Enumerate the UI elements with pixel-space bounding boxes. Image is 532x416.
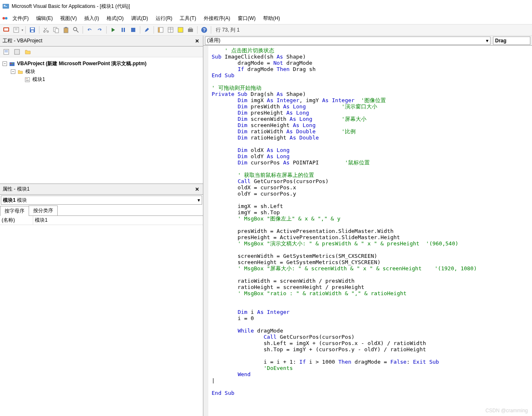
- separator: [154, 26, 154, 34]
- svg-rect-30: [188, 29, 193, 32]
- svg-text:?: ?: [203, 27, 206, 32]
- collapse-icon[interactable]: −: [2, 61, 7, 66]
- object-selector[interactable]: 模块1 模块 ▾: [1, 196, 202, 205]
- app-icon: [2, 3, 9, 10]
- svg-point-19: [73, 27, 77, 31]
- menu-addins[interactable]: 外接程序(A): [200, 13, 234, 24]
- object-browser-icon[interactable]: [176, 25, 185, 34]
- project-panel-title: 工程 - VBAProject: [2, 37, 42, 44]
- folder-icon: [17, 69, 24, 75]
- property-name: (名称): [0, 216, 33, 225]
- svg-point-39: [12, 63, 13, 64]
- properties-panel: 属性 - 模块1 ✕ 模块1 模块 ▾ 按字母序 按分类序 (名称) 模块1: [0, 184, 203, 416]
- window-title: Microsoft Visual Basic for Applications …: [12, 3, 130, 10]
- svg-rect-37: [10, 62, 15, 66]
- procedure-dropdown[interactable]: Drag: [493, 37, 530, 45]
- menu-edit[interactable]: 编辑(E): [33, 13, 56, 24]
- folder-icon[interactable]: [23, 47, 32, 56]
- close-icon[interactable]: ✕: [194, 186, 200, 193]
- svg-rect-40: [25, 77, 30, 82]
- separator: [25, 26, 26, 34]
- object-name: 模块1: [3, 197, 16, 203]
- project-icon: [9, 61, 15, 67]
- view-object-icon[interactable]: [12, 47, 22, 56]
- title-bar: Microsoft Visual Basic for Applications …: [0, 0, 532, 12]
- svg-point-4: [5, 17, 7, 20]
- tab-categorized[interactable]: 按分类序: [29, 206, 58, 215]
- tree-root-label: VBAProject (新建 Microsoft PowerPoint 演示文稿…: [17, 60, 146, 67]
- left-panel: 工程 - VBAProject ✕ − VBAProject (新建 Micro…: [0, 36, 203, 416]
- undo-icon[interactable]: [85, 25, 94, 34]
- paste-icon[interactable]: [61, 25, 71, 34]
- menu-insert[interactable]: 插入(I): [81, 13, 102, 24]
- svg-rect-36: [15, 49, 20, 54]
- svg-rect-21: [122, 28, 123, 32]
- separator: [197, 26, 198, 34]
- svg-point-3: [2, 17, 5, 20]
- properties-panel-header: 属性 - 模块1 ✕: [0, 184, 203, 195]
- svg-point-42: [27, 78, 28, 79]
- menu-bar: 文件(F) 编辑(E) 视图(V) 插入(I) 格式(O) 调试(D) 运行(R…: [0, 12, 532, 24]
- view-code-icon[interactable]: [2, 47, 11, 56]
- project-explorer-icon[interactable]: [156, 25, 165, 34]
- separator: [140, 26, 140, 34]
- properties-grid[interactable]: (名称) 模块1: [0, 216, 203, 416]
- break-icon[interactable]: [119, 25, 128, 34]
- redo-icon[interactable]: [95, 25, 104, 34]
- tree-module1-label: 模块1: [32, 76, 45, 83]
- tree-modules-folder[interactable]: − 模块: [2, 68, 200, 76]
- svg-rect-16: [55, 29, 59, 33]
- project-panel-header: 工程 - VBAProject ✕: [0, 36, 203, 46]
- menu-tools[interactable]: 工具(T): [176, 13, 199, 24]
- object-dropdown-value: (通用): [207, 37, 220, 44]
- tree-module1[interactable]: 模块1: [2, 76, 200, 83]
- vba-icon: [2, 15, 8, 22]
- toolbox-icon[interactable]: [186, 25, 195, 34]
- menu-help[interactable]: 帮助(H): [260, 13, 283, 24]
- project-toolbar: [0, 46, 203, 57]
- menu-debug[interactable]: 调试(D): [128, 13, 151, 24]
- property-row[interactable]: (名称) 模块1: [0, 216, 203, 225]
- svg-rect-23: [131, 28, 135, 32]
- save-icon[interactable]: [28, 25, 37, 34]
- copy-icon[interactable]: [51, 25, 61, 34]
- tree-root[interactable]: − VBAProject (新建 Microsoft PowerPoint 演示…: [2, 60, 200, 68]
- code-header: (通用) ▾ Drag: [203, 36, 532, 46]
- menu-view[interactable]: 视图(V): [57, 13, 80, 24]
- find-icon[interactable]: [71, 25, 81, 34]
- close-icon[interactable]: ✕: [194, 38, 200, 44]
- svg-point-14: [47, 31, 49, 32]
- collapse-icon[interactable]: −: [11, 69, 15, 74]
- menu-file[interactable]: 文件(F): [9, 13, 32, 24]
- ppt-view-icon[interactable]: [2, 25, 11, 34]
- properties-icon[interactable]: [166, 25, 175, 34]
- menu-format[interactable]: 格式(O): [103, 13, 127, 24]
- chevron-down-icon: ▾: [198, 197, 200, 203]
- watermark: CSDN @cramming: [486, 408, 528, 414]
- run-icon[interactable]: [109, 25, 118, 34]
- svg-rect-29: [178, 27, 183, 32]
- property-value[interactable]: 模块1: [33, 216, 203, 225]
- svg-rect-18: [65, 27, 67, 28]
- code-editor[interactable]: ' 点击图片切换状态 Sub ImageClicked(sh As Shape)…: [203, 46, 532, 416]
- separator: [39, 26, 39, 34]
- svg-point-41: [26, 78, 27, 79]
- tab-alphabetic[interactable]: 按字母序: [0, 206, 29, 216]
- properties-panel-title: 属性 - 模块1: [2, 186, 29, 193]
- design-mode-icon[interactable]: [142, 25, 151, 34]
- cut-icon[interactable]: [41, 25, 51, 34]
- separator: [106, 26, 107, 34]
- chevron-down-icon: ▾: [486, 38, 488, 44]
- help-icon[interactable]: ?: [200, 25, 209, 34]
- menu-window[interactable]: 窗口(W): [234, 13, 259, 24]
- svg-rect-22: [124, 28, 125, 32]
- reset-icon[interactable]: [129, 25, 138, 34]
- object-dropdown[interactable]: (通用) ▾: [205, 37, 491, 45]
- svg-rect-6: [4, 28, 8, 31]
- menu-run[interactable]: 运行(R): [152, 13, 176, 24]
- svg-rect-17: [64, 28, 68, 33]
- insert-module-icon[interactable]: [12, 25, 21, 34]
- project-tree[interactable]: − VBAProject (新建 Microsoft PowerPoint 演示…: [0, 57, 203, 184]
- svg-line-20: [76, 30, 78, 32]
- code-panel: (通用) ▾ Drag ' 点击图片切换状态 Sub ImageClicked(…: [203, 36, 532, 416]
